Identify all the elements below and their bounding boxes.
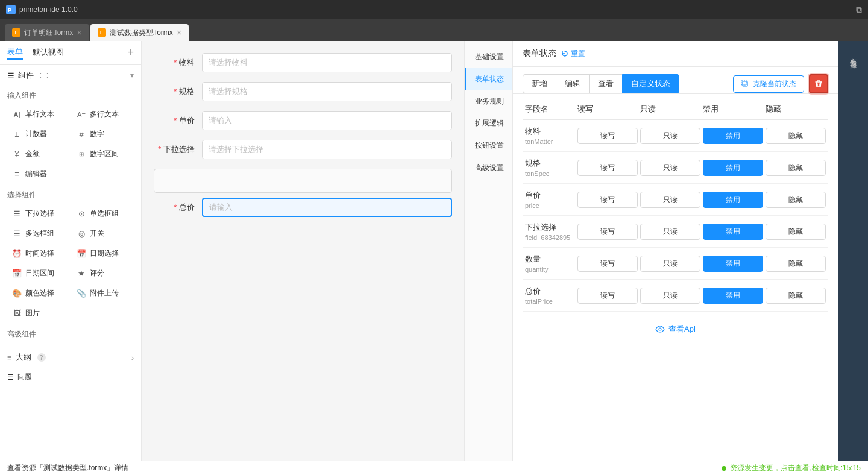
nav-button[interactable]: 按钮设置: [465, 134, 512, 157]
comp-date-picker[interactable]: 📅 日期选择: [72, 245, 134, 262]
field-row-2-hidden[interactable]: 隐藏: [766, 192, 826, 208]
tab-test[interactable]: F 测试数据类型.formx ×: [90, 24, 189, 41]
comp-checkbox-group-label: 多选框组: [25, 228, 54, 239]
state-tab-edit[interactable]: 编辑: [556, 74, 590, 93]
field-row-0-rw[interactable]: 读写: [577, 128, 638, 144]
outline-label-group: ≡ 大纲 ?: [7, 352, 46, 363]
field-input-spec[interactable]: 请选择规格: [202, 82, 452, 101]
header-disabled: 禁用: [703, 104, 763, 115]
field-row-1-label: 规格: [525, 158, 575, 169]
comp-single-text[interactable]: A| 单行文本: [7, 105, 69, 123]
comp-amount[interactable]: ¥ 金额: [7, 145, 69, 163]
outline-bar[interactable]: ≡ 大纲 ? ›: [0, 347, 141, 368]
state-tab-custom[interactable]: 自定义状态: [622, 74, 679, 93]
field-row-0: 物料 tonMatter 读写 只读 禁用 隐藏: [523, 120, 828, 152]
field-row-1-ro[interactable]: 只读: [640, 160, 700, 176]
comp-date-range[interactable]: 📅 日期区间: [7, 265, 69, 282]
tab-add-view[interactable]: +: [127, 46, 134, 59]
center-panel: 物料 请选择物料 规格 请选择规格 单价 请输入 下拉选择 请选择下拉选择 总价…: [142, 41, 464, 461]
comp-number[interactable]: # 数字: [72, 125, 134, 143]
field-row-4-disabled[interactable]: 禁用: [703, 256, 763, 272]
nav-advanced[interactable]: 高级设置: [465, 157, 512, 179]
tab-form[interactable]: 表单: [7, 46, 23, 60]
field-row-1-hidden[interactable]: 隐藏: [766, 160, 826, 176]
nav-extend[interactable]: 扩展逻辑: [465, 112, 512, 134]
left-panel: 表单 默认视图 + ☰ 组件 ⋮⋮ ▾ 输入组件 A| 单行文本 A≡ 多行文本: [0, 41, 142, 461]
field-row-1-disabled[interactable]: 禁用: [703, 160, 763, 176]
outline-help-icon[interactable]: ?: [37, 353, 46, 362]
comp-counter[interactable]: ± 计数器: [7, 125, 69, 143]
comp-dropdown[interactable]: ☰ 下拉选择: [7, 205, 69, 222]
tab-label-1: 订单明细.formx: [24, 28, 73, 38]
field-row-5-disabled[interactable]: 禁用: [703, 288, 763, 304]
nav-form-state[interactable]: 表单状态: [465, 68, 512, 90]
number-icon: #: [77, 130, 86, 139]
reset-link[interactable]: 重置: [561, 49, 585, 59]
nav-business[interactable]: 业务规则: [465, 90, 512, 113]
comp-rating[interactable]: ★ 评分: [72, 265, 134, 282]
field-row-4-label: 数量: [525, 254, 575, 265]
drag-icon: ⋮⋮: [37, 72, 51, 80]
chevron-down-icon[interactable]: ▾: [130, 71, 134, 80]
field-row-1: 规格 tonSpec 读写 只读 禁用 隐藏: [523, 152, 828, 184]
comp-multi-text[interactable]: A≡ 多行文本: [72, 105, 134, 123]
clone-btn[interactable]: 克隆当前状态: [733, 75, 804, 93]
view-api-link[interactable]: 查看Api: [655, 324, 696, 335]
right-config: 基础设置 表单状态 业务规则 扩展逻辑 按钮设置 高级设置 表单状态: [464, 41, 838, 461]
offline-resources[interactable]: 离线资源: [846, 46, 860, 65]
delete-btn[interactable]: [809, 74, 828, 93]
field-input-total[interactable]: 请输入: [202, 198, 452, 217]
select-section-title: 选择组件: [0, 185, 141, 203]
comp-image[interactable]: 🖼 图片: [7, 304, 69, 322]
field-label-price: 单价: [154, 115, 202, 126]
field-row-5-rw[interactable]: 读写: [577, 288, 638, 304]
field-row-4-ro[interactable]: 只读: [640, 256, 700, 272]
comp-counter-label: 计数器: [25, 129, 47, 139]
comp-editor[interactable]: ≡ 编辑器: [7, 165, 69, 183]
comp-switch[interactable]: ◎ 开关: [72, 225, 134, 242]
field-row-3-disabled[interactable]: 禁用: [703, 224, 763, 240]
settings-content: 表单状态 重置 新增 编辑 查看 自定义状态: [513, 41, 838, 461]
field-row-3-rw[interactable]: 读写: [577, 224, 638, 240]
svg-text:P: P: [8, 7, 11, 13]
field-row-0-ro[interactable]: 只读: [640, 128, 700, 144]
field-row-4-rw[interactable]: 读写: [577, 256, 638, 272]
field-row-3-ro[interactable]: 只读: [640, 224, 700, 240]
tab-default-view[interactable]: 默认视图: [33, 47, 64, 59]
field-input-material[interactable]: 请选择物料: [202, 53, 452, 72]
field-input-price[interactable]: 请输入: [202, 111, 452, 130]
nav-basic[interactable]: 基础设置: [465, 46, 512, 68]
multi-text-icon: A≡: [77, 110, 86, 119]
tab-close-2[interactable]: ×: [177, 28, 181, 37]
comp-number-range[interactable]: ⊞ 数字区间: [72, 145, 134, 163]
comp-checkbox-group[interactable]: ☰ 多选框组: [7, 225, 69, 242]
outline-label: 大纲: [16, 352, 31, 363]
state-tab-add[interactable]: 新增: [523, 74, 556, 93]
settings-title: 表单状态: [523, 48, 556, 59]
field-row-3-hidden[interactable]: 隐藏: [766, 224, 826, 240]
field-row-5-ro[interactable]: 只读: [640, 288, 700, 304]
component-header-label: ☰ 组件 ⋮⋮: [7, 70, 51, 81]
state-tab-view[interactable]: 查看: [589, 74, 623, 93]
comp-color-picker[interactable]: 🎨 颜色选择: [7, 285, 69, 302]
tab-order[interactable]: F 订单明细.formx ×: [5, 24, 89, 41]
field-row-5-hidden[interactable]: 隐藏: [766, 288, 826, 304]
field-row-0-hidden[interactable]: 隐藏: [766, 128, 826, 144]
field-row-1-rw[interactable]: 读写: [577, 160, 638, 176]
field-input-dropdown[interactable]: 请选择下拉选择: [202, 140, 452, 159]
tab-close-1[interactable]: ×: [77, 28, 81, 37]
field-row-2-disabled[interactable]: 禁用: [703, 192, 763, 208]
comp-file-upload[interactable]: 📎 附件上传: [72, 285, 134, 302]
field-row-2-rw[interactable]: 读写: [577, 192, 638, 208]
comp-time-picker[interactable]: ⏰ 时间选择: [7, 245, 69, 262]
comp-radio-group[interactable]: ⊙ 单选框组: [72, 205, 134, 222]
field-row-2-ro[interactable]: 只读: [640, 192, 700, 208]
issues-label: 问题: [17, 372, 32, 382]
field-row-material: 物料 请选择物料: [154, 53, 452, 72]
status-right[interactable]: 资源发生变更，点击查看,检查时间:15:15: [722, 463, 861, 473]
issues-bar[interactable]: ☰ 问题: [0, 368, 141, 386]
advanced-section-title: 高级组件: [0, 324, 141, 342]
field-row-4-hidden[interactable]: 隐藏: [766, 256, 826, 272]
field-row-0-disabled[interactable]: 禁用: [703, 128, 763, 144]
issues-list-icon: ☰: [7, 373, 14, 382]
